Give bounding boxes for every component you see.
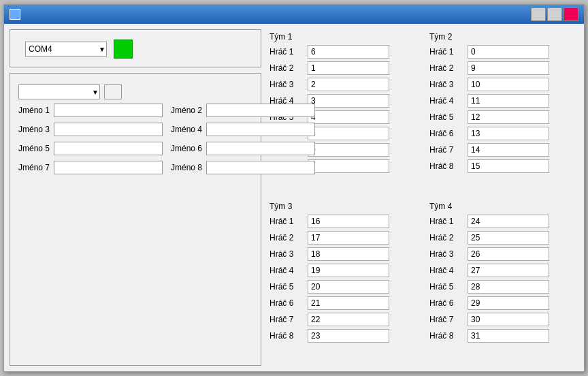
tym-3-hrac-5-label: Hráč 5: [270, 282, 304, 292]
tym-3-hrac-row-2: Hráč 2: [270, 230, 416, 245]
odeslat-button[interactable]: [104, 84, 122, 99]
jmeno-7-label: Jméno 7: [18, 163, 51, 172]
tym-4-hrac-3-input[interactable]: [468, 247, 549, 261]
jmeno-row-6: Jméno 6: [171, 142, 315, 155]
minimize-button[interactable]: [531, 7, 546, 21]
jmeno-5-input[interactable]: [54, 142, 163, 155]
tym-1-hrac-6-input[interactable]: [308, 127, 389, 140]
tym-4-hrac-3-label: Hráč 3: [429, 249, 463, 259]
jmeno-8-label: Jméno 8: [171, 163, 203, 172]
tym-4-hrac-8-label: Hráč 8: [429, 331, 463, 341]
jmeno-1-label: Jméno 1: [18, 106, 51, 115]
jmeno-2-input[interactable]: [206, 104, 315, 117]
tym-4-hrac-row-1: Hráč 1: [429, 214, 576, 229]
tym-2-hrac-8-input[interactable]: [468, 159, 549, 173]
tym-1-hrac-4-input[interactable]: [308, 94, 389, 108]
tym-2-hrac-row-1: Hráč 1: [429, 44, 576, 59]
jmeno-4-input[interactable]: [206, 123, 315, 136]
tym-1-hrac-row-2: Hráč 2: [270, 61, 416, 76]
tym-3-hrac-row-3: Hráč 3: [270, 247, 416, 262]
tym-4-hrac-6-input[interactable]: [468, 296, 549, 310]
tym-2-hrac-1-label: Hráč 1: [429, 47, 463, 57]
tym-3-hrac-8-input[interactable]: [308, 329, 389, 343]
jmeno-8-input[interactable]: [206, 161, 315, 174]
jmeno-row-7: Jméno 7: [18, 161, 163, 174]
tym-select[interactable]: Tým 1 Tým 2 Tým 3 Tým 4: [18, 84, 100, 99]
tym-2-hrac-7-input[interactable]: [468, 143, 549, 157]
tym-4-hrac-2-input[interactable]: [468, 231, 549, 245]
tym-3-hrac-8-label: Hráč 8: [270, 331, 304, 341]
tym-3-hrac-1-input[interactable]: [308, 215, 389, 228]
tym-2-hrac-row-7: Hráč 7: [429, 142, 576, 157]
tym-3-hrac-3-input[interactable]: [308, 247, 389, 261]
tym-2-hrac-5-label: Hráč 5: [429, 112, 463, 122]
jmeno-row-8: Jméno 8: [171, 161, 315, 174]
tym-2-hrac-3-input[interactable]: [468, 78, 549, 91]
tym-2-hrac-1-input[interactable]: [468, 45, 549, 59]
tym-3-hrac-row-4: Hráč 4: [270, 263, 416, 278]
tym-3-hrac-6-input[interactable]: [308, 296, 389, 310]
tym-2-hrac-row-8: Hráč 8: [429, 159, 576, 174]
tym-1-hrac-5-input[interactable]: [308, 110, 389, 124]
tym-3-hrac-7-input[interactable]: [308, 313, 389, 326]
tym-3-hrac-5-input[interactable]: [308, 280, 389, 294]
jmeno-row-2: Jméno 2: [171, 104, 315, 117]
jmeno-7-input[interactable]: [54, 161, 163, 174]
tym-4-hrac-1-input[interactable]: [468, 215, 549, 228]
tym-2-hrac-row-5: Hráč 5: [429, 110, 576, 125]
jmeno-4-label: Jméno 4: [171, 125, 203, 134]
window-icon: [10, 9, 20, 20]
tym-3-hrac-1-label: Hráč 1: [270, 217, 304, 226]
tym-2-hrac-row-3: Hráč 3: [429, 77, 576, 92]
com-port-select[interactable]: COM1 COM2 COM3 COM4 COM5: [25, 42, 107, 57]
tym-4-hrac-row-2: Hráč 2: [429, 230, 576, 245]
tym-2-hrac-5-input[interactable]: [468, 110, 549, 124]
tym-3-hrac-4-input[interactable]: [308, 264, 389, 277]
tym-1-hrac-3-label: Hráč 3: [270, 80, 304, 89]
tym-4-hrac-8-input[interactable]: [468, 329, 549, 343]
tym-2-hrac-row-6: Hráč 6: [429, 126, 576, 141]
tym-3-hrac-row-5: Hráč 5: [270, 279, 416, 294]
left-panel: COM1 COM2 COM3 COM4 COM5 ▼: [10, 29, 261, 366]
main-window: COM1 COM2 COM3 COM4 COM5 ▼: [3, 4, 585, 372]
tym-1-hrac-2-input[interactable]: [308, 61, 389, 75]
tym-2-hrac-8-label: Hráč 8: [429, 161, 463, 171]
tym-4-hrac-row-8: Hráč 8: [429, 328, 576, 343]
close-button[interactable]: [564, 7, 578, 21]
com-select-wrapper: COM1 COM2 COM3 COM4 COM5 ▼: [25, 42, 107, 57]
com-port-row: COM1 COM2 COM3 COM4 COM5 ▼: [18, 40, 252, 59]
tym-4-hrac-7-input[interactable]: [468, 313, 549, 326]
tym-2-hrac-3-label: Hráč 3: [429, 80, 463, 89]
tym-2-hrac-2-label: Hráč 2: [429, 63, 463, 73]
jmeno-1-input[interactable]: [54, 104, 163, 117]
tym-4-hrac-row-3: Hráč 3: [429, 247, 576, 262]
tym-1-hrac-7-input[interactable]: [308, 143, 389, 157]
tym-1-hrac-8-input[interactable]: [308, 159, 389, 173]
tym-4-hrac-row-7: Hráč 7: [429, 312, 576, 327]
tym-4-hrac-4-label: Hráč 4: [429, 266, 463, 275]
tym-2-hrac-6-input[interactable]: [468, 127, 549, 140]
tym-3-hrac-2-label: Hráč 2: [270, 233, 304, 242]
tym-2-hrac-4-input[interactable]: [468, 94, 549, 108]
tym-2-title: Tým 2: [429, 32, 576, 42]
tym-3-hrac-2-input[interactable]: [308, 231, 389, 245]
jmeno-row-3: Jméno 3: [18, 123, 163, 136]
tym-4-hrac-5-input[interactable]: [468, 280, 549, 294]
tym-3-hrac-6-label: Hráč 6: [270, 298, 304, 308]
jmeno-3-input[interactable]: [54, 123, 163, 136]
tym-4-hrac-row-5: Hráč 5: [429, 279, 576, 294]
maximize-button[interactable]: [547, 7, 562, 21]
tym-4-hrac-5-label: Hráč 5: [429, 282, 463, 292]
tym-2-hrac-row-2: Hráč 2: [429, 61, 576, 76]
connect-button[interactable]: [114, 40, 133, 59]
tym-4-hrac-1-label: Hráč 1: [429, 217, 463, 226]
tym-1-hrac-3-input[interactable]: [308, 78, 389, 91]
jmeno-6-input[interactable]: [206, 142, 315, 155]
tym-4-hrac-4-input[interactable]: [468, 264, 549, 277]
tym-4-hrac-6-label: Hráč 6: [429, 298, 463, 308]
tym-2-hrac-2-input[interactable]: [468, 61, 549, 75]
tym-3-hrac-row-8: Hráč 8: [270, 328, 416, 343]
jmeno-2-label: Jméno 2: [171, 106, 203, 115]
tym-4-hrac-7-label: Hráč 7: [429, 315, 463, 324]
tym-1-hrac-1-input[interactable]: [308, 45, 389, 59]
